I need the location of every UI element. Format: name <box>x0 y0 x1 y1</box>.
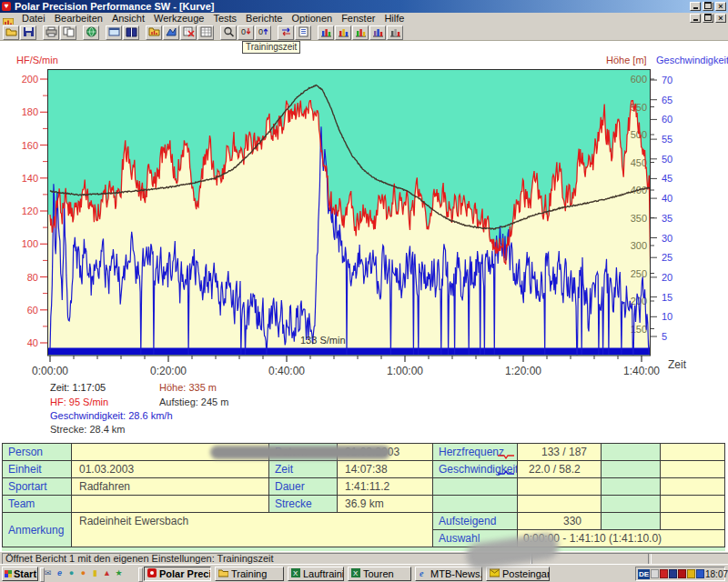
task-label: Lauftraining 2003 <box>303 568 344 579</box>
calendar-delete-button[interactable] <box>180 25 197 40</box>
report-icon <box>298 25 309 41</box>
value-text: 01.03.2003 <box>79 463 134 476</box>
tray-red-app-icon[interactable] <box>660 569 668 578</box>
svg-text:45: 45 <box>662 173 672 184</box>
minimize-button[interactable] <box>690 2 701 11</box>
mdi-restore-button[interactable] <box>703 14 713 23</box>
task-button-lauftraining-2003[interactable]: XLauftraining 2003 <box>288 567 344 581</box>
copy-button[interactable] <box>60 25 76 40</box>
table-cell-r5c8[interactable] <box>661 513 725 530</box>
table-cell-14-07-38[interactable]: 14:07:38 <box>338 461 433 478</box>
close-button[interactable]: × <box>715 2 726 11</box>
table-cell-r3c6[interactable] <box>518 478 602 496</box>
kurve-document-icon <box>3 15 14 24</box>
svg-text:450: 450 <box>631 157 647 168</box>
svg-text:100: 100 <box>22 238 38 249</box>
globe-button[interactable] <box>83 25 99 40</box>
chart-bar-5-icon <box>389 25 401 41</box>
table-cell-1-41-11-2[interactable]: 1:41:11.2 <box>338 478 433 496</box>
compare-button[interactable] <box>278 25 294 40</box>
tray-monitor-icon[interactable] <box>669 569 677 578</box>
globe-icon[interactable]: ● <box>66 568 76 578</box>
excel-icon: X <box>291 568 300 579</box>
task-label: Training <box>231 568 267 579</box>
table-cell-330[interactable]: 330 <box>518 513 602 530</box>
polar-logo-icon: ♥ <box>2 2 11 11</box>
table-cell-22-0-58-2[interactable]: 22.0 / 58.2 <box>518 461 602 478</box>
zoom-button[interactable] <box>220 25 237 40</box>
table-cell-r4c2[interactable] <box>72 496 269 513</box>
svg-text:133 S/min: 133 S/min <box>300 335 346 346</box>
menu-hilfe[interactable]: Hilfe <box>379 13 409 25</box>
value-text: 36.9 km <box>345 497 384 510</box>
save-button[interactable] <box>20 25 36 40</box>
svg-text:300: 300 <box>631 240 647 251</box>
tray-page-icon[interactable] <box>651 569 659 578</box>
print-button[interactable] <box>43 25 59 40</box>
table-cell-r4c8[interactable] <box>661 496 725 513</box>
table-cell-133-187[interactable]: 133 / 187 <box>518 444 602 461</box>
table-cell-r2c8[interactable] <box>661 461 725 478</box>
mdi-minimize-button[interactable] <box>690 14 701 23</box>
task-button-posteingang-o[interactable]: Posteingang - O... <box>486 567 550 581</box>
chart-bar-1-button[interactable] <box>318 25 334 40</box>
chart-bar-2-button[interactable] <box>335 25 351 40</box>
chart-bar-5-button[interactable] <box>387 25 403 40</box>
keyboard-layout-indicator[interactable]: DE <box>638 569 650 579</box>
table-cell-r3c8[interactable] <box>661 478 725 496</box>
tray-connection-icon[interactable] <box>696 569 704 578</box>
disc-icon[interactable]: ● <box>78 568 88 578</box>
table-cell-r4c6[interactable] <box>518 496 602 513</box>
table-cell-radeinheit-ewersbach[interactable]: Radeinheit Ewersbach <box>72 513 433 547</box>
cursor-info-item: Strecke: 28.4 km <box>50 424 126 435</box>
menu-werkzeuge[interactable]: Werkzeuge <box>149 13 208 25</box>
menu-berichte[interactable]: Berichte <box>241 13 287 25</box>
chart-bar-4-button[interactable] <box>369 25 386 40</box>
task-button-training[interactable]: Training <box>215 567 284 581</box>
menu-tests[interactable]: Tests <box>208 13 241 25</box>
table-cell-radfahren[interactable]: Radfahren <box>72 478 269 496</box>
start-label: Start <box>14 568 36 579</box>
media-icon[interactable]: ▲ <box>102 568 112 578</box>
table-cell-36-9-km[interactable]: 36.9 km <box>338 496 433 513</box>
task-button-polar-precisio[interactable]: Polar Precisio... <box>144 567 211 581</box>
zero-up-button[interactable]: 0 <box>255 25 271 40</box>
menu-bearbeiten[interactable]: Bearbeiten <box>50 13 107 25</box>
grid-view-button[interactable] <box>197 25 214 40</box>
ie-icon[interactable]: e <box>55 568 65 578</box>
mdi-close-button[interactable]: × <box>715 14 726 23</box>
start-button[interactable]: Start <box>2 567 38 581</box>
zero-down-button[interactable]: 0 <box>238 25 254 40</box>
chart-bar-3-button[interactable] <box>352 25 369 40</box>
svg-text:40: 40 <box>27 337 38 348</box>
window-view-button[interactable] <box>106 25 122 40</box>
book-button[interactable] <box>123 25 139 40</box>
task-label: Posteingang - O... <box>502 568 550 579</box>
task-button-touren[interactable]: XTouren <box>348 567 411 581</box>
table-cell-r1c8[interactable] <box>661 444 725 461</box>
table-cell-r3c5 <box>433 478 518 496</box>
mail-icon[interactable]: ✉ <box>43 568 53 578</box>
compare-icon <box>280 25 292 41</box>
task-button-mtb-news-de[interactable]: eMTB-News.de | ... <box>415 567 482 581</box>
label-text: Strecke <box>275 497 312 510</box>
star-icon[interactable]: ★ <box>114 568 124 578</box>
svg-text:35: 35 <box>662 213 672 224</box>
hf-legend-line-icon <box>498 449 514 461</box>
restore-button[interactable] <box>703 2 713 11</box>
open-file-button[interactable] <box>3 25 19 40</box>
svg-text:0:40:00: 0:40:00 <box>268 365 305 377</box>
notes-icon[interactable]: ▮ <box>90 568 100 578</box>
table-cell-01-03-2003[interactable]: 01.03.2003 <box>72 461 269 478</box>
menu-optionen[interactable]: Optionen <box>287 13 337 25</box>
tray-yellow-icon[interactable] <box>687 569 695 578</box>
report-button[interactable] <box>295 25 311 40</box>
menu-ansicht[interactable]: Ansicht <box>107 13 149 25</box>
folder-chart-button[interactable] <box>146 25 162 40</box>
tray-antivirus-icon[interactable] <box>678 569 686 578</box>
training-curve-chart[interactable]: HF/S/minHöhe [m]Geschwindigkeit600550500… <box>0 51 728 382</box>
menu-fenster[interactable]: Fenster <box>337 13 379 25</box>
menu-datei[interactable]: Datei <box>17 13 50 25</box>
value-text: 330 <box>563 515 581 527</box>
curve-view-button[interactable] <box>163 25 179 40</box>
